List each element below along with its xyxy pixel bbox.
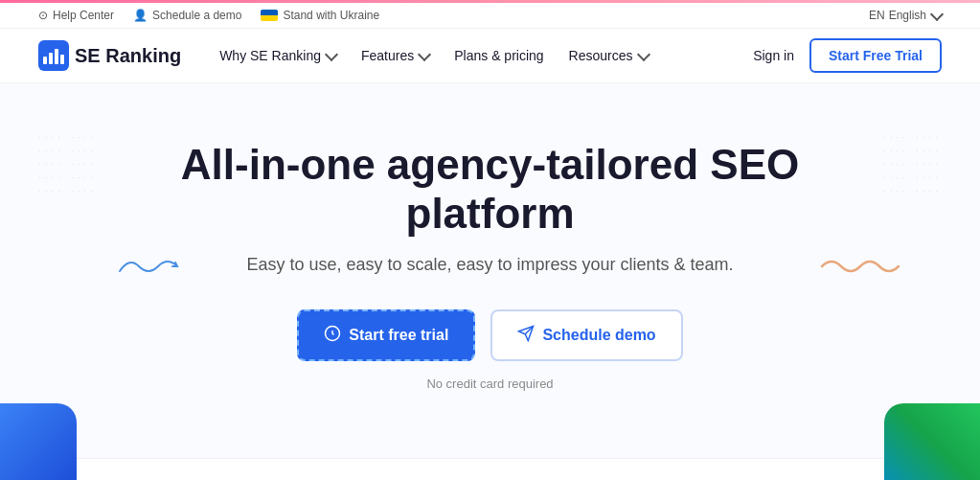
corner-green-decoration xyxy=(884,403,980,480)
nav-links: Why SE Ranking Features Plans & pricing … xyxy=(210,42,657,69)
logo-bar-3 xyxy=(55,49,58,64)
dots-left-decoration: ···· ········ ········ ········ ········… xyxy=(38,131,97,198)
resources-label: Resources xyxy=(569,48,633,63)
chevron-down-icon xyxy=(418,48,431,61)
lang-code: EN xyxy=(869,9,885,22)
sign-in-label: Sign in xyxy=(753,48,794,63)
rocket-icon xyxy=(324,325,341,346)
logo-text: SE Ranking xyxy=(75,45,181,67)
nav-right: Sign in Start Free Trial xyxy=(753,38,942,73)
features-link[interactable]: Features xyxy=(352,42,439,69)
start-free-trial-button[interactable]: Start Free Trial xyxy=(809,38,942,73)
question-icon: ⊙ xyxy=(38,9,48,22)
corner-blue-decoration xyxy=(0,403,77,480)
why-se-ranking-link[interactable]: Why SE Ranking xyxy=(210,42,346,69)
nav-left: SE Ranking Why SE Ranking Features Plans… xyxy=(38,40,658,71)
help-center-link[interactable]: ⊙ Help Center xyxy=(38,9,114,22)
plans-pricing-link[interactable]: Plans & pricing xyxy=(444,42,553,69)
cta-secondary-label: Schedule demo xyxy=(542,327,655,344)
schedule-demo-label: Schedule a demo xyxy=(152,9,241,22)
start-free-trial-hero-button[interactable]: Start free trial xyxy=(297,309,475,361)
logo-bar-4 xyxy=(60,55,64,64)
features-label: Features xyxy=(361,48,414,63)
squiggle-left-decoration xyxy=(115,252,192,285)
chevron-down-icon xyxy=(325,48,338,61)
language-selector[interactable]: EN English xyxy=(869,9,942,22)
person-icon: 👤 xyxy=(133,9,148,22)
ukraine-link[interactable]: Stand with Ukraine xyxy=(261,9,379,22)
hero-buttons: Start free trial Schedule demo xyxy=(38,309,942,361)
ukraine-flag-icon xyxy=(261,10,278,21)
cta-primary-label: Start free trial xyxy=(349,327,448,344)
help-center-label: Help Center xyxy=(53,9,114,22)
dots-right-decoration: ···· ········ ········ ········ ········… xyxy=(883,131,942,198)
chevron-down-icon xyxy=(636,48,650,61)
ukraine-label: Stand with Ukraine xyxy=(283,9,379,22)
lang-label: English xyxy=(889,9,926,22)
hero-title: All-in-one agency-tailored SEO platform xyxy=(107,141,874,238)
schedule-demo-link[interactable]: 👤 Schedule a demo xyxy=(133,9,241,22)
resources-link[interactable]: Resources xyxy=(559,42,658,69)
chevron-down-icon xyxy=(930,8,944,21)
no-credit-card-text: No credit card required xyxy=(38,377,942,391)
start-free-trial-label: Start Free Trial xyxy=(829,48,923,63)
sign-in-link[interactable]: Sign in xyxy=(753,48,794,63)
hero-section: ···· ········ ········ ········ ········… xyxy=(0,83,980,458)
logo-bars xyxy=(43,47,64,64)
squiggle-right-decoration xyxy=(817,252,903,285)
top-bar: ⊙ Help Center 👤 Schedule a demo Stand wi… xyxy=(0,3,980,29)
plans-pricing-label: Plans & pricing xyxy=(454,48,543,63)
send-icon xyxy=(517,325,535,346)
logo-bar-2 xyxy=(49,53,53,64)
main-nav: SE Ranking Why SE Ranking Features Plans… xyxy=(0,29,980,83)
logos-section: ⌂ recruitee _zapier mynewsdesk Mizuno ♥ … xyxy=(0,458,980,480)
logo-icon xyxy=(38,40,69,71)
logo[interactable]: SE Ranking xyxy=(38,40,181,71)
top-bar-left: ⊙ Help Center 👤 Schedule a demo Stand wi… xyxy=(38,9,379,22)
why-se-ranking-label: Why SE Ranking xyxy=(219,48,321,63)
schedule-demo-hero-button[interactable]: Schedule demo xyxy=(490,309,682,361)
logo-bar-1 xyxy=(43,57,47,64)
